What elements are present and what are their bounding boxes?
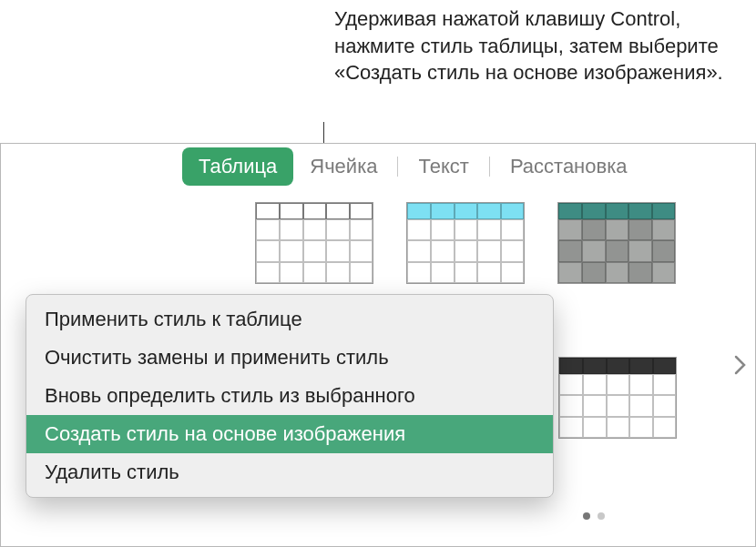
styles-next-icon[interactable] (734, 353, 747, 381)
style-page-dots (583, 512, 605, 520)
style-context-menu: Применить стиль к таблице Очистить замен… (26, 294, 554, 498)
menu-apply-style[interactable]: Применить стиль к таблице (26, 300, 553, 339)
tab-arrange[interactable]: Расстановка (494, 147, 644, 186)
table-styles-row (255, 202, 692, 284)
table-style-thumb-2[interactable] (406, 202, 525, 284)
table-style-thumb-3[interactable] (557, 202, 676, 284)
tab-cell[interactable]: Ячейка (293, 147, 393, 186)
menu-redefine-style[interactable]: Вновь определить стиль из выбранного (26, 377, 553, 415)
tab-table[interactable]: Таблица (182, 147, 293, 186)
menu-create-from-image[interactable]: Создать стиль на основе изображения (26, 415, 553, 453)
menu-clear-overrides[interactable]: Очистить замены и применить стиль (26, 339, 553, 377)
page-dot-2[interactable] (598, 512, 605, 520)
page-dot-1[interactable] (583, 512, 590, 520)
inspector-tabs: Таблица Ячейка Текст Расстановка (182, 147, 644, 186)
table-styles-row-2 (558, 357, 677, 439)
menu-delete-style[interactable]: Удалить стиль (26, 453, 553, 491)
table-style-thumb-1[interactable] (255, 202, 373, 284)
table-style-thumb-4[interactable] (558, 357, 677, 439)
instruction-caption: Удерживая нажатой клавишу Control, нажми… (334, 5, 726, 86)
tab-separator (489, 157, 490, 177)
tab-text[interactable]: Текст (402, 147, 485, 186)
tab-separator (397, 157, 398, 177)
